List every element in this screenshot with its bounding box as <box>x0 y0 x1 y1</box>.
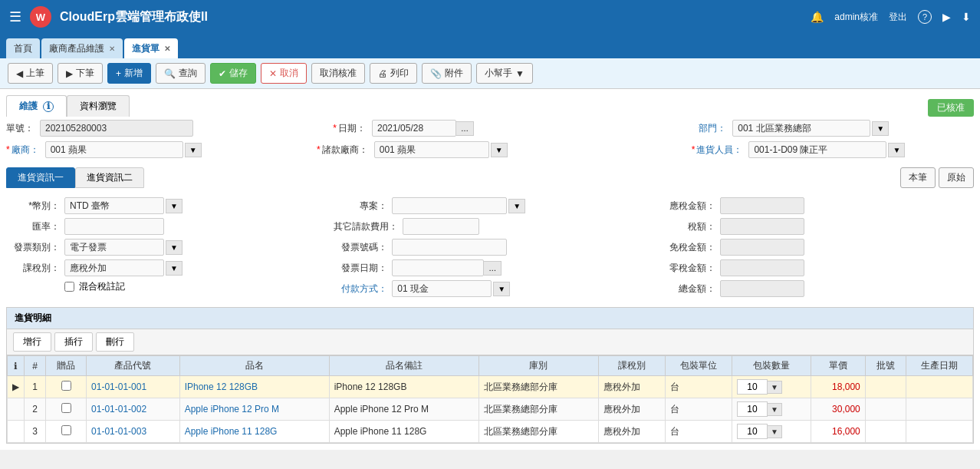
payment-method-dropdown-icon[interactable]: ▼ <box>493 282 510 296</box>
row-packqty-1[interactable]: ▼ <box>732 376 811 398</box>
invoice-type-input[interactable] <box>64 239 164 256</box>
date-input[interactable] <box>372 120 456 137</box>
other-fees-input[interactable]: 0 <box>403 218 479 235</box>
total-value: 672,000 <box>720 280 804 297</box>
row-gift-3[interactable] <box>46 421 87 443</box>
date-cal-icon[interactable]: … <box>456 121 474 136</box>
detail-sub-tabs: 增行 插行 刪行 <box>7 329 973 355</box>
cancel-button[interactable]: ✕ 取消 <box>261 63 307 84</box>
row-code-1[interactable]: 01-01-01-001 <box>87 376 180 398</box>
qty-arrow-1[interactable]: ▼ <box>768 381 782 394</box>
tax-type-dropdown-icon[interactable]: ▼ <box>166 261 183 276</box>
dept-label[interactable]: 部門： <box>699 122 726 135</box>
row-code-3[interactable]: 01-01-01-003 <box>87 421 180 443</box>
tax-free-label: 免稅金額： <box>662 241 715 254</box>
rate-input[interactable]: 1.00 <box>64 218 164 235</box>
mixed-tax-label: 混合稅註記 <box>79 280 125 293</box>
invoice-date-cal-icon[interactable]: … <box>484 261 502 276</box>
dept-dropdown-icon[interactable]: ▼ <box>872 121 889 136</box>
currency-dropdown-icon[interactable]: ▼ <box>166 199 183 213</box>
invoice-no-input[interactable] <box>392 239 507 256</box>
salesperson-label[interactable]: 進貨人員： <box>692 144 743 157</box>
original-btn[interactable]: 原始 <box>939 167 974 188</box>
qty-input-1[interactable] <box>737 379 768 395</box>
delete-row-btn[interactable]: 刪行 <box>96 332 134 352</box>
row-indicator-1: ▶ <box>8 376 25 398</box>
qty-input-3[interactable] <box>737 424 768 439</box>
col-product-note: 品名備註 <box>329 356 478 376</box>
add-row-btn[interactable]: 增行 <box>13 332 51 352</box>
attachment-icon: 📎 <box>430 68 442 79</box>
row-gift-1[interactable] <box>46 376 87 398</box>
tab-vendor-close-icon[interactable]: ✕ <box>109 45 115 53</box>
qty-arrow-2[interactable]: ▼ <box>768 403 782 416</box>
next-button[interactable]: ▶ 下筆 <box>58 63 103 84</box>
salesperson-dropdown-icon[interactable]: ▼ <box>888 143 905 157</box>
qty-input-2[interactable] <box>737 401 768 417</box>
tax-label: 稅額： <box>662 220 715 233</box>
order-no-input[interactable] <box>40 120 193 137</box>
invoice-date-input[interactable] <box>392 259 484 276</box>
row-name-3[interactable]: Apple iPhone 11 128G <box>179 421 329 443</box>
row-packqty-2[interactable]: ▼ <box>732 398 811 421</box>
project-input[interactable] <box>392 197 507 214</box>
section-tab-info1[interactable]: 進貨資訊一 <box>6 167 75 188</box>
bell-icon[interactable]: 🔔 <box>811 11 824 23</box>
payment-vendor-dropdown-icon[interactable]: ▼ <box>491 143 508 157</box>
section-tab-info2[interactable]: 進貨資訊二 <box>75 167 144 188</box>
current-btn[interactable]: 本筆 <box>900 167 936 188</box>
zero-tax-value: 0 <box>720 259 804 276</box>
finance-col-left: *幣別： ▼ 匯率： 1.00 發票類別： ▼ 課稅別： <box>6 197 326 301</box>
add-button[interactable]: + 新增 <box>107 63 151 84</box>
qty-arrow-3[interactable]: ▼ <box>768 425 782 438</box>
project-dropdown-icon[interactable]: ▼ <box>508 199 525 213</box>
info-circle-icon[interactable]: ℹ <box>14 361 18 372</box>
attachment-button[interactable]: 📎 附件 <box>422 63 472 84</box>
tab-purchase-close-icon[interactable]: ✕ <box>164 45 170 53</box>
col-pack-unit: 包裝單位 <box>665 356 732 376</box>
row-packqty-3[interactable]: ▼ <box>732 421 811 443</box>
row-code-2[interactable]: 01-01-01-002 <box>87 398 180 421</box>
print-button[interactable]: 🖨 列印 <box>370 63 417 84</box>
query-button[interactable]: 🔍 查詢 <box>156 63 206 84</box>
hamburger-icon[interactable]: ☰ <box>9 8 21 25</box>
sub-tab-browse[interactable]: 資料瀏覽 <box>67 95 130 117</box>
payment-method-label[interactable]: 付款方式： <box>334 282 387 296</box>
payment-vendor-input[interactable] <box>374 141 489 158</box>
salesperson-input[interactable] <box>748 141 886 158</box>
logout-label[interactable]: 登出 <box>889 11 907 24</box>
prev-button[interactable]: ◀ 上筆 <box>8 63 53 84</box>
salesperson-select-wrap: ▼ <box>748 141 905 158</box>
currency-row: *幣別： ▼ <box>6 197 318 214</box>
dept-input[interactable] <box>732 120 870 137</box>
download-icon[interactable]: ⬇ <box>962 11 971 23</box>
invoice-date-row: 發票日期： … <box>334 259 646 276</box>
project-label: 專案： <box>334 200 387 213</box>
gift-checkbox-3[interactable] <box>61 425 71 435</box>
payment-method-input[interactable] <box>392 280 492 297</box>
sub-tab-maintain[interactable]: 維護 ℹ <box>6 95 67 117</box>
helper-button[interactable]: 小幫手 ▼ <box>476 63 533 84</box>
revoke-button[interactable]: 取消核准 <box>311 63 365 84</box>
gift-checkbox-1[interactable] <box>61 381 71 391</box>
tax-type-input[interactable] <box>64 259 164 276</box>
vendor-dropdown-icon[interactable]: ▼ <box>185 143 202 157</box>
tab-purchase[interactable]: 進貨單 ✕ <box>124 38 178 58</box>
save-button[interactable]: ✔ 儲存 <box>210 63 256 84</box>
check-icon: ✔ <box>219 68 226 79</box>
tab-vendor-product[interactable]: 廠商產品維護 ✕ <box>41 38 123 58</box>
invoice-type-dropdown-icon[interactable]: ▼ <box>166 240 183 255</box>
tab-home[interactable]: 首頁 <box>6 38 40 58</box>
video-icon[interactable]: ▶ <box>942 11 951 23</box>
insert-row-btn[interactable]: 插行 <box>54 332 93 352</box>
row-gift-2[interactable] <box>46 398 87 421</box>
vendor-label[interactable]: 廠商： <box>6 144 39 157</box>
row-name-1[interactable]: IPhone 12 128GB <box>179 376 329 398</box>
currency-input[interactable] <box>64 197 164 214</box>
gift-checkbox-2[interactable] <box>61 403 71 413</box>
row-name-2[interactable]: Apple iPhone 12 Pro M <box>179 398 329 421</box>
help-icon[interactable]: ? <box>918 10 932 24</box>
finance-col-mid: 專案： ▼ 其它請款費用： 0 發票號碼： 發票日期： … <box>326 197 653 301</box>
mixed-tax-checkbox[interactable] <box>64 282 74 292</box>
vendor-input[interactable] <box>45 141 183 158</box>
